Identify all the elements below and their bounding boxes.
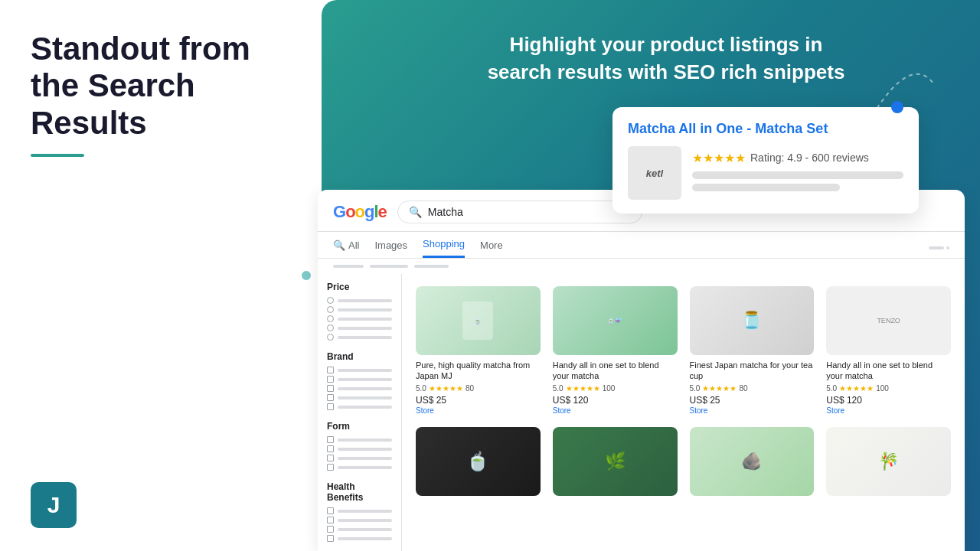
product-rating-row-3: 5.0 ★★★★★ 80 xyxy=(690,384,815,393)
product-store-2[interactable]: Store xyxy=(553,406,678,415)
product-name-3: Finest Japan matcha for your tea cup xyxy=(690,360,815,382)
product-store-4[interactable]: Store xyxy=(826,406,951,415)
snippet-info: ★★★★★ Rating: 4.9 - 600 reviews xyxy=(692,151,903,196)
product-card-8[interactable]: 🎋 xyxy=(820,421,957,507)
snippet-title: Matcha All in One - Matcha Set xyxy=(628,121,903,137)
list-item[interactable] xyxy=(327,367,392,373)
filter-health-benefits: Health Benefits xyxy=(327,481,392,542)
tab-images[interactable]: Images xyxy=(374,238,407,258)
snippet-stars: ★★★★★ xyxy=(692,151,746,165)
right-top-text: Highlight your product listings in searc… xyxy=(383,31,949,86)
rich-snippet-card: Matcha All in One - Matcha Set ketl ★★★★… xyxy=(612,107,919,214)
list-item[interactable] xyxy=(327,455,392,461)
product-card-7[interactable]: 🪨 xyxy=(684,421,821,507)
product-card-6[interactable]: 🌿 xyxy=(547,421,684,507)
product-card-5[interactable]: 🍵 xyxy=(410,421,547,507)
list-item[interactable] xyxy=(327,535,392,542)
filter-form-options xyxy=(327,436,392,471)
list-item[interactable] xyxy=(327,385,392,392)
list-item[interactable] xyxy=(327,445,392,452)
snippet-image: ketl xyxy=(628,146,681,200)
list-item[interactable] xyxy=(327,436,392,443)
product-price-3: US$ 25 xyxy=(690,395,815,406)
snippet-rating-text: Rating: 4.9 - 600 reviews xyxy=(750,152,869,164)
filter-price: Price xyxy=(327,282,392,341)
product-price-2: US$ 120 xyxy=(553,395,678,406)
content-area: Price Brand xyxy=(318,274,965,551)
snippet-rating-row: ★★★★★ Rating: 4.9 - 600 reviews xyxy=(692,151,903,165)
list-item[interactable] xyxy=(327,324,392,331)
nav-tabs: 🔍 All Images Shopping More xyxy=(318,232,965,259)
product-name-4: Handy all in one set to blend your match… xyxy=(826,360,951,382)
product-image-5: 🍵 xyxy=(416,427,541,496)
product-store-3[interactable]: Store xyxy=(690,406,815,415)
product-image-7: 🪨 xyxy=(690,427,815,496)
filter-brand-title: Brand xyxy=(327,351,392,362)
filter-health-benefits-title: Health Benefits xyxy=(327,481,392,503)
product-name-1: Pure, high quality matcha from Japan MJ xyxy=(416,360,541,382)
search-text: Matcha xyxy=(428,206,463,218)
left-panel: Standout from the Search Results xyxy=(0,0,322,551)
list-item[interactable] xyxy=(327,394,392,401)
filter-health-benefits-options xyxy=(327,507,392,542)
list-item[interactable] xyxy=(327,507,392,514)
filter-form-title: Form xyxy=(327,421,392,432)
heading-underline xyxy=(31,154,84,157)
list-item[interactable] xyxy=(327,526,392,533)
snippet-bar-1 xyxy=(692,171,903,179)
list-item[interactable] xyxy=(327,315,392,322)
product-image-6: 🌿 xyxy=(553,427,678,496)
list-item[interactable] xyxy=(327,517,392,523)
product-grid: 🍵 Pure, high quality matcha from Japan M… xyxy=(402,274,965,551)
google-logo: Google xyxy=(333,202,387,222)
list-item[interactable] xyxy=(327,306,392,313)
product-store-1[interactable]: Store xyxy=(416,406,541,415)
product-card-3[interactable]: 🫙 Finest Japan matcha for your tea cup 5… xyxy=(684,280,821,421)
search-bar[interactable]: 🔍 Matcha xyxy=(397,201,642,223)
tab-more[interactable]: More xyxy=(480,238,503,258)
product-image-1: 🍵 xyxy=(416,286,541,355)
filter-price-options xyxy=(327,297,392,341)
product-image-8: 🎋 xyxy=(826,427,951,496)
sidebar-filters: Price Brand xyxy=(318,274,402,551)
list-item[interactable] xyxy=(327,297,392,304)
product-card-2[interactable]: 🍵⚗️ Handy all in one set to blend your m… xyxy=(547,280,684,421)
list-item[interactable] xyxy=(327,464,392,471)
filter-price-title: Price xyxy=(327,282,392,292)
filter-brand-options xyxy=(327,367,392,410)
product-name-2: Handy all in one set to blend your match… xyxy=(553,360,678,382)
list-item[interactable] xyxy=(327,376,392,383)
snippet-body: ketl ★★★★★ Rating: 4.9 - 600 reviews xyxy=(628,146,903,200)
search-icon: 🔍 xyxy=(409,206,422,218)
tab-all[interactable]: 🔍 All xyxy=(333,238,359,258)
google-shopping-mock: Google 🔍 Matcha 🔍 All Images Shopping Mo… xyxy=(318,190,965,551)
main-heading: Standout from the Search Results xyxy=(31,31,291,142)
scroll-handle xyxy=(929,238,949,258)
list-item[interactable] xyxy=(327,403,392,410)
snippet-accent-dot xyxy=(891,101,903,113)
filter-brand: Brand xyxy=(327,351,392,410)
product-image-4: TENZO xyxy=(826,286,951,355)
tab-shopping[interactable]: Shopping xyxy=(423,238,465,258)
filter-form: Form xyxy=(327,421,392,471)
product-price-1: US$ 25 xyxy=(416,395,541,406)
product-rating-row-2: 5.0 ★★★★★ 100 xyxy=(553,384,678,393)
list-item[interactable] xyxy=(327,334,392,341)
right-heading: Highlight your product listings in searc… xyxy=(383,31,949,86)
product-card-4[interactable]: TENZO Handy all in one set to blend your… xyxy=(820,280,957,421)
product-price-4: US$ 120 xyxy=(826,395,951,406)
product-card-1[interactable]: 🍵 Pure, high quality matcha from Japan M… xyxy=(410,280,547,421)
filter-bars-row xyxy=(318,259,965,274)
snippet-bar-2 xyxy=(692,184,840,191)
product-image-3: 🫙 xyxy=(690,286,815,355)
product-rating-row-4: 5.0 ★★★★★ 100 xyxy=(826,384,951,393)
product-rating-row-1: 5.0 ★★★★★ 80 xyxy=(416,384,541,393)
product-image-2: 🍵⚗️ xyxy=(553,286,678,355)
